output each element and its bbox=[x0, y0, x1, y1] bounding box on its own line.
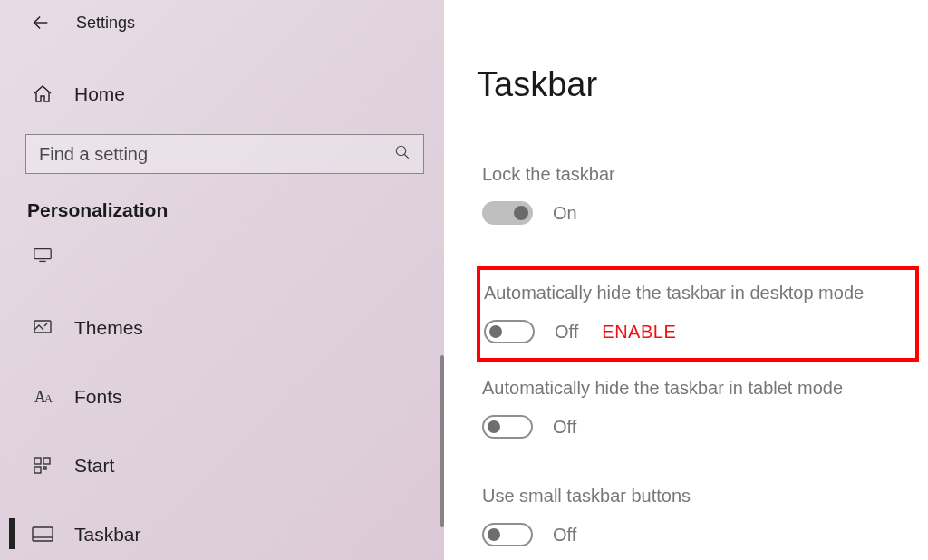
settings-sidebar: Settings Home Personalization Lock scree… bbox=[0, 0, 444, 560]
sidebar-item-start[interactable]: Start bbox=[25, 448, 417, 484]
start-icon bbox=[31, 457, 54, 475]
sidebar-item-fonts[interactable]: AA Fonts bbox=[25, 379, 417, 415]
setting-autohide-tablet: Automatically hide the taskbar in tablet… bbox=[477, 372, 919, 446]
toggle-state: Off bbox=[553, 417, 576, 438]
sidebar-item-themes[interactable]: Themes bbox=[25, 310, 417, 346]
selection-indicator bbox=[9, 518, 14, 549]
svg-rect-7 bbox=[33, 527, 53, 541]
svg-rect-1 bbox=[34, 249, 51, 259]
setting-label: Automatically hide the taskbar in deskto… bbox=[484, 283, 906, 304]
sidebar-header: Settings bbox=[25, 13, 417, 33]
sidebar-item-lock-screen[interactable]: Lock screen bbox=[25, 241, 417, 277]
taskbar-icon bbox=[31, 526, 54, 543]
sidebar-item-label: Themes bbox=[74, 317, 143, 339]
sidebar-item-label: Taskbar bbox=[74, 524, 141, 546]
sidebar-item-label: Lock screen bbox=[74, 241, 177, 263]
main-content: Taskbar Lock the taskbar On Automaticall… bbox=[444, 0, 928, 560]
toggle-state: On bbox=[553, 203, 577, 224]
svg-point-0 bbox=[396, 146, 406, 156]
sidebar-item-home[interactable]: Home bbox=[25, 78, 417, 111]
scrollbar[interactable] bbox=[440, 355, 444, 527]
sidebar-item-label: Fonts bbox=[74, 386, 122, 408]
search-input[interactable] bbox=[39, 144, 394, 165]
fonts-icon: AA bbox=[31, 388, 54, 407]
lock-screen-icon bbox=[31, 252, 54, 266]
toggle-autohide-desktop[interactable] bbox=[484, 320, 535, 343]
sidebar-item-label: Start bbox=[74, 455, 114, 477]
setting-label: Lock the taskbar bbox=[482, 164, 914, 185]
sidebar-item-taskbar[interactable]: Taskbar bbox=[25, 517, 417, 553]
toggle-autohide-tablet[interactable] bbox=[482, 415, 533, 439]
setting-label: Automatically hide the taskbar in tablet… bbox=[482, 378, 914, 399]
toggle-state: Off bbox=[553, 525, 576, 546]
section-heading: Personalization bbox=[25, 199, 417, 221]
toggle-state: Off bbox=[555, 322, 578, 343]
toggle-small-buttons[interactable] bbox=[482, 523, 533, 546]
app-title: Settings bbox=[76, 14, 135, 33]
search-box[interactable] bbox=[25, 134, 424, 174]
search-icon bbox=[394, 144, 411, 164]
toggle-lock-taskbar[interactable] bbox=[482, 201, 533, 225]
setting-label: Use small taskbar buttons bbox=[482, 486, 914, 507]
svg-rect-6 bbox=[44, 467, 46, 469]
svg-rect-4 bbox=[44, 458, 50, 464]
back-arrow-icon[interactable] bbox=[31, 13, 51, 33]
svg-rect-3 bbox=[34, 458, 41, 464]
sidebar-list: Lock screen Themes AA Fonts Start bbox=[25, 241, 417, 553]
page-title: Taskbar bbox=[477, 65, 919, 104]
svg-rect-5 bbox=[34, 467, 41, 473]
annotation-enable: ENABLE bbox=[602, 322, 676, 343]
home-icon bbox=[31, 83, 54, 105]
setting-lock-taskbar: Lock the taskbar On bbox=[477, 159, 919, 232]
home-label: Home bbox=[74, 83, 125, 105]
setting-autohide-desktop: Automatically hide the taskbar in deskto… bbox=[477, 266, 919, 362]
themes-icon bbox=[31, 317, 54, 339]
setting-small-buttons: Use small taskbar buttons Off bbox=[477, 480, 919, 554]
